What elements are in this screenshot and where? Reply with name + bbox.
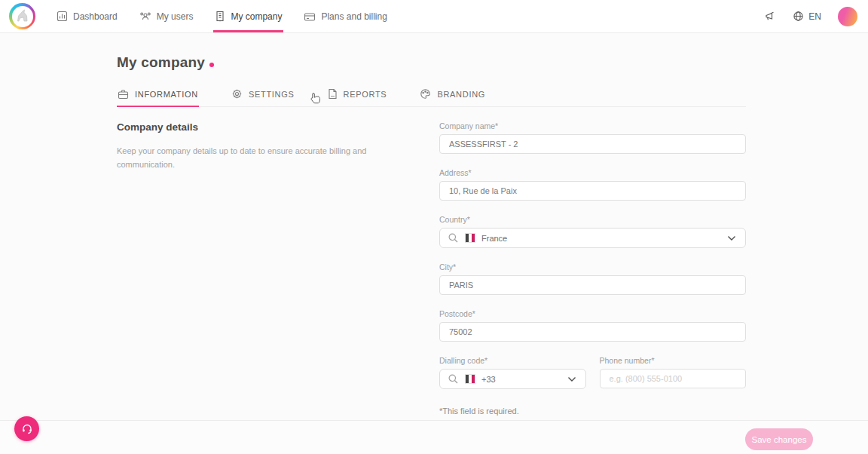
tab-label: SETTINGS [249,90,295,99]
tab-label: REPORTS [344,90,387,99]
tab-reports[interactable]: REPORTS [327,84,388,106]
postcode-input[interactable] [439,322,746,342]
briefcase-icon [118,89,129,100]
title-row: My company [117,54,746,71]
chevron-down-icon [567,376,576,382]
users-icon [139,11,151,22]
support-fab[interactable] [14,416,39,441]
field-address: Address* [439,168,746,201]
section-heading: Company details [117,121,439,133]
credit-card-icon [304,11,316,22]
title-accent-dot [209,63,214,67]
dialling-code-select[interactable]: +33 [439,369,586,389]
address-label: Address* [439,168,746,177]
search-icon [448,232,459,244]
tab-bar: INFORMATION SETTINGS REPORTS [117,84,746,107]
palette-icon [420,88,431,100]
nav-item-label: Plans and billing [321,11,387,22]
top-navbar: Dashboard My users [0,0,868,33]
language-selector[interactable]: EN [793,11,821,22]
required-note: *This field is required. [439,406,746,416]
main-navigation: Dashboard My users [55,0,389,32]
search-icon [448,373,459,385]
field-country: Country* France [439,215,746,248]
address-input[interactable] [439,181,746,201]
phone-number-input[interactable] [600,369,747,388]
globe-icon [793,11,804,22]
tab-settings[interactable]: SETTINGS [231,84,295,106]
user-avatar[interactable] [838,7,857,26]
company-name-label: Company name* [439,121,746,130]
nav-item-my-users[interactable]: My users [138,0,195,32]
logo-rainbow-ring [9,3,35,29]
tab-label: BRANDING [437,90,485,99]
megaphone-icon [764,11,776,22]
company-details-form: Company name* Address* Country* [439,121,746,416]
tab-information[interactable]: INFORMATION [117,84,199,106]
main-content: My company INFORMATION SETTINGS [0,33,746,416]
country-value: France [481,234,507,243]
language-label: EN [808,11,821,22]
postcode-label: Postcode* [439,309,746,318]
phone-row: Dialling code* +33 [439,356,746,403]
dialling-code-value: +33 [481,375,496,384]
navbar-right: EN [764,0,857,32]
save-changes-button[interactable]: Save changes [745,428,813,450]
france-flag-icon [465,233,475,243]
tab-branding[interactable]: BRANDING [419,84,486,106]
headset-icon [21,423,33,435]
nav-item-label: My users [157,11,194,22]
nav-item-my-company[interactable]: My company [213,0,283,32]
footer-bar: Save changes [0,420,868,454]
country-label: Country* [439,215,746,224]
file-icon [328,88,338,100]
section-description: Keep your company details up to date to … [117,144,379,171]
city-input[interactable] [439,275,746,295]
field-postcode: Postcode* [439,309,746,342]
nav-item-plans-billing[interactable]: Plans and billing [302,0,388,32]
section-intro-column: Company details Keep your company detail… [117,121,439,416]
company-details-section: Company details Keep your company detail… [117,121,746,416]
tab-label: INFORMATION [135,90,198,99]
app-logo[interactable] [9,0,35,32]
nav-item-label: Dashboard [73,11,118,22]
chevron-down-icon [727,235,736,241]
company-name-input[interactable] [439,134,746,154]
field-city: City* [439,262,746,295]
field-dialling-code: Dialling code* +33 [439,356,586,389]
page-title: My company [117,54,205,71]
phone-number-label: Phone number* [600,356,747,365]
gear-icon [231,88,243,100]
nav-item-label: My company [231,11,282,22]
unicorn-logo-icon [12,6,33,27]
field-phone-number: Phone number* [600,356,747,389]
dialling-code-label: Dialling code* [439,356,586,365]
field-company-name: Company name* [439,121,746,154]
city-label: City* [439,262,746,271]
country-select[interactable]: France [439,228,746,248]
bar-chart-icon [57,11,68,22]
france-flag-icon [465,374,475,384]
building-icon [215,11,225,22]
nav-item-dashboard[interactable]: Dashboard [55,0,119,32]
announcements-button[interactable] [764,11,776,22]
